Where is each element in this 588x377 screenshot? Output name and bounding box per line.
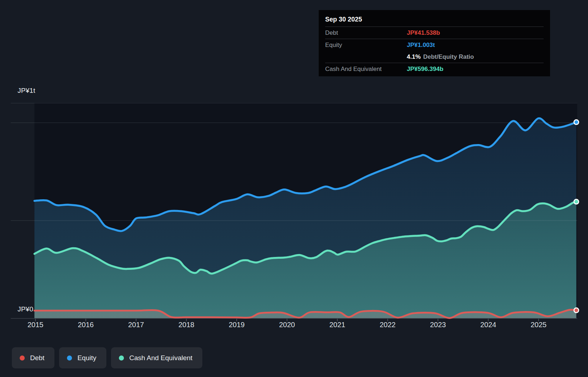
tooltip-equity-label: Equity <box>325 42 407 49</box>
x-axis-year-label: 2020 <box>279 321 295 329</box>
debt-dot-icon <box>20 355 25 361</box>
equity-endpoint-dot[interactable] <box>574 120 579 124</box>
simplywallst-debt-equity-chart: { "tooltip": { "date": "Sep 30 2025", "d… <box>0 0 588 377</box>
tooltip-row-cash: Cash And Equivalent JP¥596.394b <box>325 63 544 75</box>
x-axis-year-label: 2025 <box>531 321 547 329</box>
chart-legend: Debt Equity Cash And Equivalent <box>12 347 202 368</box>
x-axis-year-label: 2019 <box>229 321 245 329</box>
x-axis-year-label: 2016 <box>78 321 94 329</box>
y-axis-label-1t: JP¥1t <box>18 87 35 95</box>
x-axis-year-label: 2017 <box>128 321 144 329</box>
tooltip-cash-label: Cash And Equivalent <box>325 66 407 73</box>
x-axis-year-label: 2024 <box>480 321 496 329</box>
legend-equity-label: Equity <box>77 354 96 362</box>
tooltip-debt-label: Debt <box>325 29 407 37</box>
legend-item-equity[interactable]: Equity <box>59 347 106 368</box>
x-axis-year-label: 2021 <box>329 321 346 329</box>
tooltip-row-equity: Equity JP¥1.003t <box>325 39 544 51</box>
tooltip-row-ratio: 4.1%Debt/Equity Ratio <box>325 51 544 63</box>
x-axis-year-label: 2015 <box>28 321 44 329</box>
tooltip-debt-value: JP¥41.538b <box>407 29 440 37</box>
tooltip-date: Sep 30 2025 <box>325 12 544 27</box>
equity-dot-icon <box>67 355 72 361</box>
tooltip-cash-value: JP¥596.394b <box>407 66 443 73</box>
x-axis-year-label: 2018 <box>178 321 194 329</box>
tooltip-ratio-pct: 4.1% <box>407 53 421 60</box>
cash-and-equivalent-endpoint-dot[interactable] <box>574 199 579 204</box>
legend-debt-label: Debt <box>30 354 44 362</box>
legend-item-debt[interactable]: Debt <box>12 347 54 368</box>
x-axis-year-label: 2022 <box>380 321 396 329</box>
legend-item-cash[interactable]: Cash And Equivalent <box>111 347 202 368</box>
chart-tooltip: Sep 30 2025 Debt JP¥41.538b Equity JP¥1.… <box>319 10 550 76</box>
debt-endpoint-dot[interactable] <box>574 308 579 312</box>
y-axis-label-0: JP¥0 <box>18 305 33 313</box>
x-axis-year-label: 2023 <box>430 321 446 329</box>
tooltip-row-debt: Debt JP¥41.538b <box>325 27 544 39</box>
cash-dot-icon <box>119 355 124 361</box>
tooltip-equity-value: JP¥1.003t <box>407 42 435 49</box>
legend-cash-label: Cash And Equivalent <box>129 354 192 362</box>
tooltip-ratio-label: Debt/Equity Ratio <box>423 53 474 60</box>
